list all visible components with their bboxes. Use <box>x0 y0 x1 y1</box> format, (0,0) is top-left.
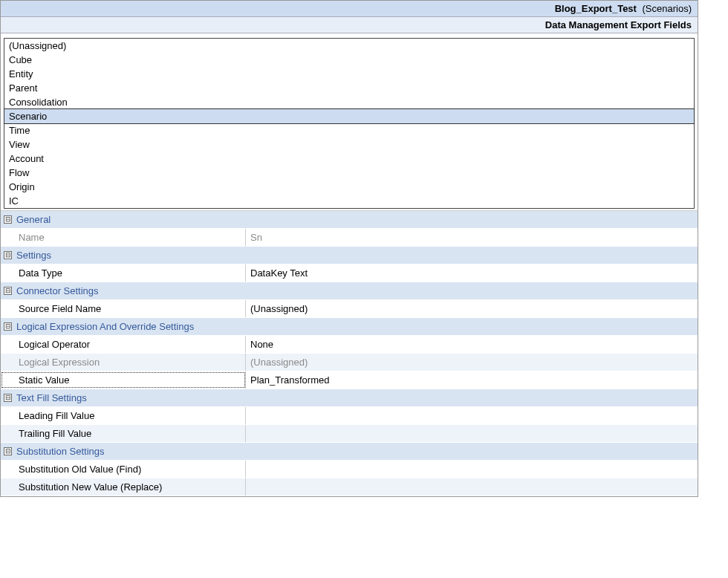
collapse-icon[interactable]: ⊟ <box>4 322 12 331</box>
row-leading-fill[interactable]: Leading Fill Value <box>1 407 698 425</box>
row-source-field[interactable]: Source Field Name (Unassigned) <box>1 300 698 318</box>
subst-old-label: Substitution Old Value (Find) <box>1 464 141 475</box>
source-label: Source Field Name <box>1 303 101 314</box>
list-item[interactable]: Time <box>4 123 694 137</box>
static-value-label: Static Value <box>1 374 69 386</box>
section-title: General <box>16 214 51 225</box>
section-title: Settings <box>16 250 51 261</box>
fields-list: (Unassigned) Cube Entity Parent Consolid… <box>4 38 695 209</box>
list-item[interactable]: View <box>4 137 694 152</box>
property-grid: ⊟ General Name Sn ⊟ Settings Data Type D… <box>1 210 698 496</box>
logical-op-label: Logical Operator <box>1 339 90 350</box>
row-name[interactable]: Name Sn <box>1 229 698 247</box>
section-settings[interactable]: ⊟ Settings <box>1 247 698 264</box>
app-root: Blog_Export_Test (Scenarios) Data Manage… <box>0 0 698 497</box>
datatype-label: Data Type <box>1 267 62 279</box>
title-suffix: (Scenarios) <box>640 3 692 14</box>
list-item[interactable]: (Unassigned) <box>4 39 694 53</box>
row-trailing-fill[interactable]: Trailing Fill Value <box>1 425 698 443</box>
list-item[interactable]: Consolidation <box>4 95 694 109</box>
row-subst-old[interactable]: Substitution Old Value (Find) <box>1 461 698 478</box>
section-connector[interactable]: ⊟ Connector Settings <box>1 282 698 300</box>
row-logical-operator[interactable]: Logical Operator None <box>1 336 698 354</box>
section-title: Logical Expression And Override Settings <box>16 321 194 332</box>
section-logical[interactable]: ⊟ Logical Expression And Override Settin… <box>1 318 698 336</box>
list-item[interactable]: Entity <box>4 67 694 81</box>
section-title: Substitution Settings <box>16 446 105 457</box>
leading-fill-label: Leading Fill Value <box>1 410 94 421</box>
name-label: Name <box>1 232 45 243</box>
subtitle: Data Management Export Fields <box>545 19 692 30</box>
datatype-value[interactable]: DataKey Text <box>246 267 698 279</box>
title-bar: Blog_Export_Test (Scenarios) <box>1 1 698 17</box>
logical-expr-value: (Unassigned) <box>246 357 698 368</box>
collapse-icon[interactable]: ⊟ <box>4 287 12 295</box>
name-value: Sn <box>246 232 698 243</box>
list-item[interactable]: Cube <box>4 53 694 67</box>
section-title: Connector Settings <box>16 285 99 296</box>
title-main: Blog_Export_Test <box>555 3 637 14</box>
collapse-icon[interactable]: ⊟ <box>4 447 12 455</box>
source-value[interactable]: (Unassigned) <box>246 303 698 314</box>
collapse-icon[interactable]: ⊟ <box>4 251 12 259</box>
section-general[interactable]: ⊟ General <box>1 211 698 229</box>
list-item[interactable]: Account <box>4 152 694 166</box>
list-item[interactable]: Flow <box>4 166 694 180</box>
row-static-value[interactable]: Static Value Plan_Transformed <box>1 371 698 389</box>
list-item[interactable]: Parent <box>4 81 694 95</box>
row-logical-expression[interactable]: Logical Expression (Unassigned) <box>1 354 698 371</box>
list-item[interactable]: IC <box>4 194 694 208</box>
subtitle-bar: Data Management Export Fields <box>1 17 698 33</box>
static-value-value[interactable]: Plan_Transformed <box>246 374 698 386</box>
section-title: Text Fill Settings <box>16 392 87 403</box>
section-substitution[interactable]: ⊟ Substitution Settings <box>1 443 698 461</box>
section-text-fill[interactable]: ⊟ Text Fill Settings <box>1 389 698 407</box>
collapse-icon[interactable]: ⊟ <box>4 394 12 402</box>
trailing-fill-label: Trailing Fill Value <box>1 428 91 439</box>
logical-expr-label: Logical Expression <box>1 357 100 368</box>
row-data-type[interactable]: Data Type DataKey Text <box>1 264 698 282</box>
row-subst-new[interactable]: Substitution New Value (Replace) <box>1 478 698 496</box>
collapse-icon[interactable]: ⊟ <box>4 215 12 224</box>
list-item[interactable]: Origin <box>4 180 694 194</box>
subst-new-label: Substitution New Value (Replace) <box>1 481 162 493</box>
list-item[interactable]: Scenario <box>4 109 694 123</box>
logical-op-value[interactable]: None <box>246 339 698 350</box>
